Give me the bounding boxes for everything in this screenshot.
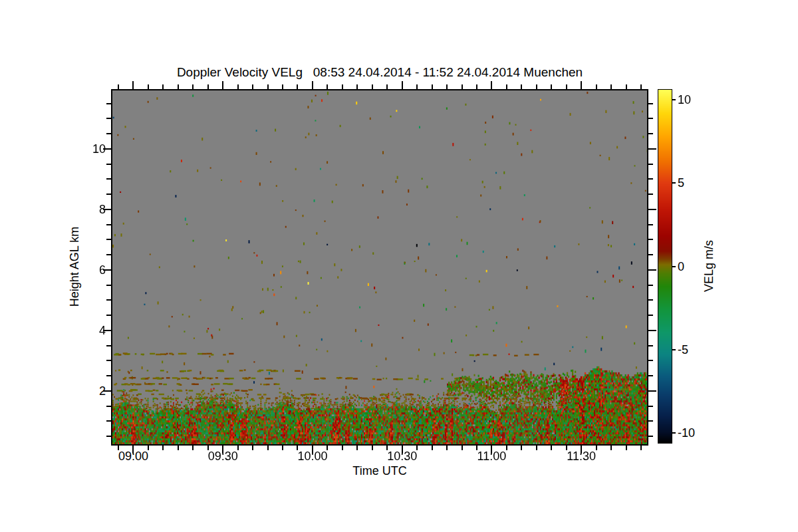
x-axis-tick (222, 81, 223, 89)
x-axis-tick (626, 446, 627, 450)
x-axis-tick (148, 84, 149, 89)
x-axis-tick (297, 446, 298, 450)
x-axis-tick (566, 446, 567, 450)
y-axis-tick (106, 178, 111, 180)
y-axis-tick (106, 345, 111, 346)
y-axis-tick (106, 239, 111, 240)
x-tick-label: 11:30 (551, 450, 611, 464)
x-axis-tick (566, 84, 567, 89)
y-axis-tick (106, 133, 111, 134)
colorbar-tick (672, 182, 676, 184)
x-axis-tick (581, 81, 582, 89)
x-axis-tick (178, 446, 179, 450)
x-axis-tick (237, 446, 239, 450)
x-axis-tick (462, 446, 463, 450)
x-axis-tick (610, 446, 612, 450)
x-axis-tick (327, 446, 328, 450)
x-axis-tick (596, 84, 597, 89)
x-axis-tick (476, 446, 477, 450)
x-axis-tick (118, 446, 119, 450)
x-axis-tick (252, 446, 253, 450)
colorbar-tick-label: -5 (678, 343, 718, 356)
y-axis-tick (106, 299, 111, 301)
x-axis-tick (192, 84, 194, 89)
x-axis-tick (626, 84, 627, 89)
x-axis-tick (342, 446, 343, 450)
x-axis-tick (237, 84, 239, 89)
x-axis-tick (416, 446, 418, 450)
x-axis-tick (402, 81, 403, 89)
y-axis-tick (106, 254, 111, 255)
x-axis-tick (521, 446, 522, 450)
chart-title: Doppler Velocity VELg 08:53 24.04.2014 -… (112, 65, 647, 80)
y-axis-tick (648, 254, 653, 255)
x-axis-tick (282, 446, 283, 450)
y-axis-tick (106, 375, 111, 376)
x-axis-tick (207, 84, 209, 89)
x-axis-tick (192, 446, 194, 450)
y-tick-label: 8 (66, 203, 106, 216)
y-axis-tick (648, 375, 653, 376)
y-tick-label: 10 (66, 142, 106, 156)
x-axis-tick (446, 84, 448, 89)
x-axis-tick (252, 84, 253, 89)
y-axis-tick (648, 103, 653, 104)
y-axis-tick (106, 103, 111, 104)
x-axis-tick (476, 84, 477, 89)
y-tick-label: 2 (66, 384, 106, 398)
y-tick-label: 6 (66, 263, 106, 277)
x-axis-tick (267, 446, 269, 450)
y-axis-tick (106, 224, 111, 225)
doppler-velocity-chart-page: Doppler Velocity VELg 08:53 24.04.2014 -… (0, 0, 798, 532)
y-axis-tick (648, 436, 653, 437)
y-axis-tick (106, 406, 111, 407)
colorbar-tick (672, 266, 676, 267)
x-axis-tick (640, 84, 642, 89)
x-axis-tick (551, 446, 552, 450)
colorbar-tick-label: -10 (678, 426, 718, 440)
x-axis-tick (356, 446, 358, 450)
x-axis-tick (386, 84, 388, 89)
colorbar-tick (672, 432, 676, 434)
x-axis-tick (267, 84, 269, 89)
x-axis-tick (640, 446, 642, 450)
x-axis-tick (491, 81, 492, 89)
x-axis-tick (462, 84, 463, 89)
y-axis-tick (106, 360, 111, 361)
x-axis-tick (596, 446, 597, 450)
x-tick-label: 09:00 (103, 450, 163, 464)
y-axis-tick (106, 315, 111, 316)
x-axis-tick (416, 84, 418, 89)
x-tick-label: 11:00 (462, 450, 521, 464)
colorbar-tick (672, 99, 676, 100)
y-axis-tick (106, 285, 111, 286)
y-axis-tick (648, 148, 656, 150)
x-axis-tick (207, 446, 209, 450)
y-axis-tick (648, 194, 653, 195)
y-axis-tick (106, 436, 111, 437)
y-axis-tick (648, 315, 653, 316)
y-axis-tick (648, 118, 653, 119)
x-axis-tick (446, 446, 448, 450)
colorbar-tick-label: 0 (678, 260, 718, 273)
x-tick-label: 10:00 (283, 450, 342, 464)
y-axis-tick (648, 390, 656, 392)
x-axis-tick (327, 84, 328, 89)
x-axis-tick (506, 446, 507, 450)
y-axis-tick (648, 406, 653, 407)
colorbar-tick (672, 349, 676, 350)
x-axis-label: Time UTC (112, 464, 647, 478)
y-axis-tick (106, 118, 111, 119)
x-axis-tick (386, 446, 388, 450)
x-axis-tick (536, 446, 537, 450)
y-axis-tick (648, 285, 653, 286)
x-axis-tick (282, 84, 283, 89)
x-axis-tick (536, 84, 537, 89)
x-axis-tick (432, 84, 433, 89)
y-axis-tick (648, 345, 653, 346)
x-axis-tick (118, 84, 119, 89)
y-tick-label: 4 (66, 324, 106, 337)
colorbar-tick-label: 10 (678, 93, 718, 106)
x-axis-tick (551, 84, 552, 89)
x-axis-tick (506, 84, 507, 89)
